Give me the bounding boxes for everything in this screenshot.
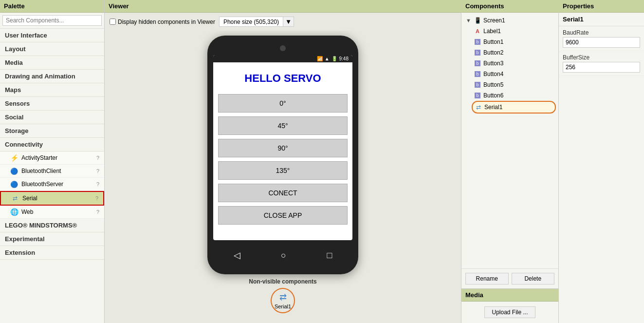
back-btn[interactable]: ◁ (234, 250, 240, 261)
viewer-panel: Viewer Display hidden components in View… (105, 0, 461, 323)
viewer-content: 📶 ▲ 🔋 9:48 HELLO SERVO 0° 45° 90° 135° C… (105, 31, 461, 323)
btn-90deg[interactable]: 90° (218, 139, 348, 157)
button2-text: Button2 (483, 49, 503, 56)
tree-toggle-screen1[interactable]: ▼ (466, 18, 473, 23)
serial1-nonvisible-label: Serial1 (275, 304, 291, 309)
palette-category-experimental[interactable]: Experimental (0, 232, 104, 246)
tree-button6[interactable]: b Button6 (472, 90, 556, 101)
home-btn[interactable]: ○ (281, 250, 286, 261)
button1-text: Button1 (483, 38, 503, 45)
media-content: Upload File ... (461, 302, 558, 323)
serial1-nonvisible-icon[interactable]: ⇄ Serial1 (271, 288, 295, 313)
bluetooth-icon: 🔵 (10, 167, 18, 175)
palette-category-social[interactable]: Social (0, 111, 104, 124)
btn-conect[interactable]: CONECT (218, 184, 348, 202)
palette-category-storage[interactable]: Storage (0, 124, 104, 138)
palette-item-bt-client[interactable]: 🔵 BluetoothClient ? (0, 165, 104, 178)
hidden-components-checkbox-label[interactable]: Display hidden components in Viewer (110, 19, 215, 25)
tree-button3[interactable]: b Button3 (472, 58, 556, 69)
tree-label1[interactable]: A Label1 (472, 26, 556, 37)
label-icon: A (474, 27, 481, 35)
button6-text: Button6 (483, 92, 503, 99)
tree-screen1[interactable]: ▼ 📱 Screen1 (464, 15, 556, 26)
delete-button[interactable]: Delete (512, 273, 555, 285)
palette-header: Palette (0, 0, 104, 13)
media-panel: Media Upload File ... (461, 288, 558, 323)
serial-label: Serial (22, 195, 95, 202)
screen1-label: Screen1 (483, 17, 505, 24)
components-header: Components (461, 0, 558, 13)
phone-camera (280, 45, 286, 51)
button3-text: Button3 (483, 60, 503, 67)
phone-screen: 📶 ▲ 🔋 9:48 HELLO SERVO 0° 45° 90° 135° C… (213, 55, 352, 240)
palette-panel: Palette User Interface Layout Media Draw… (0, 0, 105, 323)
button5-icon: b (474, 81, 481, 89)
bt-client-label: BluetoothClient (21, 168, 96, 174)
tree-button2[interactable]: b Button2 (472, 47, 556, 58)
buffer-size-input[interactable] (563, 62, 640, 73)
activity-starter-label: ActivityStarter (21, 154, 96, 161)
button4-text: Button4 (483, 71, 503, 77)
search-input[interactable] (2, 15, 102, 26)
upload-file-button[interactable]: Upload File ... (484, 306, 535, 318)
serial-tree-icon: ⇄ (475, 103, 482, 111)
tree-button4[interactable]: b Button4 (472, 69, 556, 79)
palette-category-sensors[interactable]: Sensors (0, 97, 104, 111)
palette-category-drawing[interactable]: Drawing and Animation (0, 70, 104, 83)
button1-icon: b (474, 38, 481, 46)
screen-icon: 📱 (474, 17, 481, 24)
button5-text: Button5 (483, 81, 503, 88)
phone-mockup: 📶 ▲ 🔋 9:48 HELLO SERVO 0° 45° 90° 135° C… (207, 36, 358, 274)
tree-button5[interactable]: b Button5 (472, 79, 556, 90)
signal-icon: ▲ (325, 56, 330, 61)
components-media-column: Components ▼ 📱 Screen1 A Label1 b Button… (461, 0, 559, 323)
palette-category-layout[interactable]: Layout (0, 42, 104, 56)
phone-size-select[interactable]: Phone size (505,320) ▼ (219, 17, 294, 27)
button3-icon: b (474, 59, 481, 67)
phone-size-dropdown-btn[interactable]: ▼ (283, 17, 294, 26)
serial-icon: ⇄ (11, 194, 19, 203)
palette-item-web[interactable]: 🌐 Web ? (0, 206, 104, 219)
recents-btn[interactable]: □ (327, 250, 332, 261)
serial-icon-glyph: ⇄ (279, 292, 287, 303)
battery-icon: 🔋 (331, 56, 337, 61)
palette-category-extension[interactable]: Extension (0, 246, 104, 260)
palette-item-bt-server[interactable]: 🔵 BluetoothServer ? (0, 178, 104, 191)
palette-category-connectivity[interactable]: Connectivity (0, 138, 104, 152)
baud-rate-group: BaudRate (559, 26, 644, 51)
palette-item-serial[interactable]: ⇄ Serial ? (0, 191, 104, 206)
palette-item-activity-starter[interactable]: ⚡ ActivityStarter ? (0, 152, 104, 165)
palette-search-area (0, 13, 104, 29)
components-footer: Rename Delete (461, 268, 558, 288)
properties-panel: Properties Serial1 BaudRate BufferSize (559, 0, 644, 323)
web-icon: 🌐 (10, 208, 18, 216)
components-panel: Components ▼ 📱 Screen1 A Label1 b Button… (461, 0, 559, 288)
bt-server-info: ? (96, 181, 99, 187)
phone-app-content: HELLO SERVO 0° 45° 90° 135° CONECT CLOSE… (213, 62, 352, 231)
btn-close-app[interactable]: CLOSE APP (218, 206, 348, 225)
palette-category-lego[interactable]: LEGO® MINDSTORMS® (0, 219, 104, 232)
non-visible-label: Non-visible components (249, 278, 316, 285)
components-tree: ▼ 📱 Screen1 A Label1 b Button1 b B (461, 13, 558, 268)
button4-icon: b (474, 70, 481, 78)
btn-0deg[interactable]: 0° (218, 94, 348, 113)
properties-header: Properties (559, 0, 644, 13)
label1-text: Label1 (483, 28, 501, 35)
properties-component-title: Serial1 (559, 13, 644, 26)
btn-135deg[interactable]: 135° (218, 161, 348, 180)
palette-category-ui[interactable]: User Interface (0, 29, 104, 42)
rename-button[interactable]: Rename (465, 273, 509, 285)
viewer-header: Viewer (105, 0, 461, 13)
bluetooth-server-icon: 🔵 (10, 180, 18, 189)
tree-button1[interactable]: b Button1 (472, 37, 556, 47)
palette-category-media[interactable]: Media (0, 56, 104, 70)
palette-category-maps[interactable]: Maps (0, 83, 104, 97)
tree-serial1[interactable]: ⇄ Serial1 (472, 101, 556, 114)
hidden-components-label: Display hidden components in Viewer (118, 19, 215, 25)
baud-rate-input[interactable] (563, 37, 640, 48)
wifi-icon: 📶 (317, 56, 323, 61)
phone-status-bar: 📶 ▲ 🔋 9:48 (213, 55, 352, 62)
button6-icon: b (474, 92, 481, 99)
btn-45deg[interactable]: 45° (218, 116, 348, 135)
hidden-components-checkbox[interactable] (110, 19, 116, 25)
